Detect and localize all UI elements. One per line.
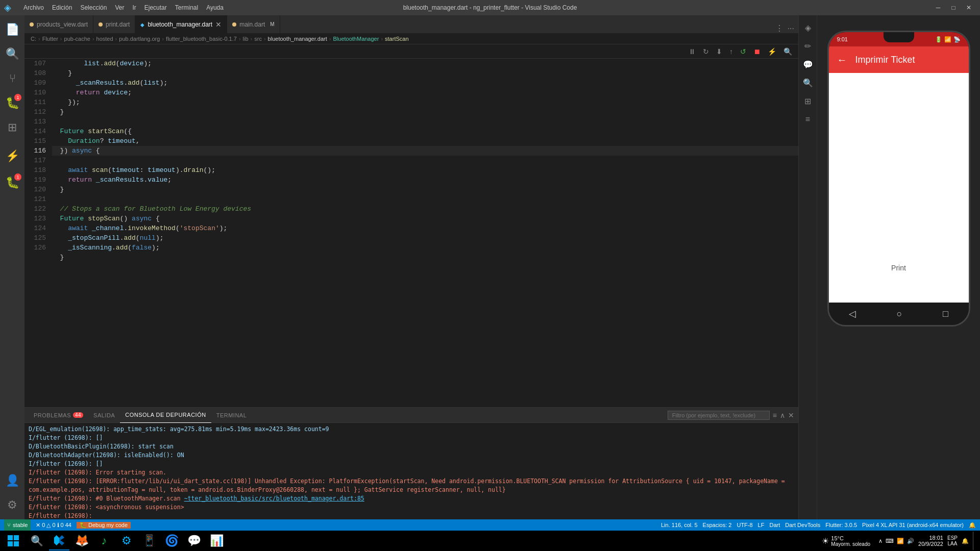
weather-widget[interactable]: ☀ 15°C Mayorm. soleado bbox=[818, 535, 874, 547]
activity-git-icon[interactable]: ⑂ bbox=[0, 66, 24, 91]
window-controls[interactable]: ─ □ ✕ bbox=[931, 2, 976, 13]
flutter-version[interactable]: Flutter: 3.0.5 bbox=[825, 522, 857, 528]
step-out-button[interactable]: ↑ bbox=[727, 46, 735, 57]
back-arrow-icon[interactable]: ← bbox=[837, 54, 847, 66]
git-branch[interactable]: ⑂ stable bbox=[4, 519, 31, 531]
pause-button[interactable]: ⏸ bbox=[687, 46, 698, 57]
panel-collapse-button[interactable]: ∧ bbox=[780, 411, 785, 419]
cursor-position[interactable]: Lin. 116, col. 5 bbox=[661, 522, 698, 528]
recents-nav-icon[interactable]: □ bbox=[943, 309, 948, 319]
window-maximize-button[interactable]: □ bbox=[946, 2, 961, 13]
tab-print[interactable]: print.dart bbox=[93, 15, 135, 33]
stop-button[interactable]: ⏹ bbox=[751, 46, 763, 57]
taskbar-app2-icon[interactable]: 📊 bbox=[206, 531, 227, 550]
tab-close-icon[interactable]: ✕ bbox=[215, 20, 222, 29]
list-view-button[interactable]: ≡ bbox=[773, 411, 777, 419]
menu-ir[interactable]: Ir bbox=[129, 3, 139, 12]
menu-ayuda[interactable]: Ayuda bbox=[203, 3, 227, 12]
taskbar-firefox-icon[interactable]: 🦊 bbox=[71, 531, 92, 550]
breadcrumb-c[interactable]: C: bbox=[31, 36, 36, 42]
breadcrumb-flutter-bt[interactable]: flutter_bluetooth_basic-0.1.7 bbox=[166, 36, 237, 42]
activity-remote-icon[interactable]: ⚡ bbox=[0, 144, 24, 168]
tab-bluetooth-manager[interactable]: ◆ bluetooth_manager.dart ✕ bbox=[135, 15, 227, 33]
menu-bar[interactable]: Archivo Edición Selección Ver Ir Ejecuta… bbox=[20, 3, 227, 12]
notifications-badge[interactable]: 🔔 bbox=[962, 538, 969, 544]
breadcrumb-pub-cache[interactable]: pub-cache bbox=[64, 36, 90, 42]
breadcrumb-hosted[interactable]: hosted bbox=[96, 36, 113, 42]
line-ending[interactable]: LF bbox=[758, 522, 765, 528]
tab-main[interactable]: main.dart M bbox=[227, 15, 280, 33]
comment-icon[interactable]: 💬 bbox=[800, 56, 816, 72]
error-count[interactable]: ✕ 0 △ 0 ℹ 0 44 bbox=[36, 522, 71, 529]
taskbar-spotify-icon[interactable]: ♪ bbox=[94, 531, 114, 550]
search-code-button[interactable]: 🔍 bbox=[781, 46, 794, 57]
window-minimize-button[interactable]: ─ bbox=[931, 2, 945, 13]
code-content[interactable]: list.add(device); } _scanResults.add(lis… bbox=[50, 59, 798, 407]
activity-extensions-icon[interactable]: ⊞ bbox=[0, 115, 24, 140]
spaces[interactable]: Espacios: 2 bbox=[703, 522, 732, 528]
activity-account-icon[interactable]: 👤 bbox=[0, 468, 24, 493]
more-tabs-icon[interactable]: ··· bbox=[788, 24, 794, 33]
zoom-icon[interactable]: 🔍 bbox=[800, 74, 816, 91]
window-close-button[interactable]: ✕ bbox=[962, 2, 976, 13]
print-button[interactable]: Print bbox=[891, 264, 906, 272]
language[interactable]: Dart bbox=[769, 522, 780, 528]
tray-network-icon[interactable]: 📶 bbox=[897, 538, 904, 544]
notifications-icon[interactable]: 🔔 bbox=[969, 522, 976, 529]
taskbar-search-icon[interactable]: 🔍 bbox=[27, 531, 47, 550]
debug-mode[interactable]: 🐛 Debug my code bbox=[77, 522, 131, 529]
menu-archivo[interactable]: Archivo bbox=[20, 3, 47, 12]
filter-input[interactable] bbox=[668, 411, 770, 420]
tray-volume-icon[interactable]: 🔊 bbox=[907, 538, 914, 544]
error-link[interactable]: ~tter_bluetooth_basic/src/bluetooth_mana… bbox=[184, 495, 364, 502]
tab-products-view[interactable]: products_view.dart bbox=[24, 15, 93, 33]
menu-seleccion[interactable]: Selección bbox=[77, 3, 110, 12]
tab-consola[interactable]: CONSOLA DE DEPURACIÓN bbox=[120, 408, 211, 423]
activity-debug2-icon[interactable]: 🐛 1 bbox=[0, 170, 24, 195]
menu-ejecutar[interactable]: Ejecutar bbox=[141, 3, 170, 12]
activity-search-icon[interactable]: 🔍 bbox=[0, 42, 24, 66]
outline-icon[interactable]: ◈ bbox=[800, 19, 816, 36]
dart-devtools[interactable]: Dart DevTools bbox=[785, 522, 820, 528]
start-button[interactable] bbox=[4, 532, 22, 550]
split-editor-icon[interactable]: ⋮ bbox=[775, 23, 783, 33]
breadcrumb-pub-dartlang[interactable]: pub.dartlang.org bbox=[119, 36, 160, 42]
tab-terminal[interactable]: TERMINAL bbox=[211, 408, 252, 423]
tray-keyboard-icon[interactable]: ⌨ bbox=[886, 538, 894, 544]
taskbar-chat-icon[interactable]: 💬 bbox=[184, 531, 204, 550]
taskbar-vscode-icon[interactable] bbox=[49, 531, 69, 550]
breadcrumb-method[interactable]: startScan bbox=[385, 36, 408, 42]
panel-close-button[interactable]: ✕ bbox=[788, 411, 794, 419]
restart-button[interactable]: ↺ bbox=[738, 46, 748, 57]
breadcrumb-flutter[interactable]: Flutter bbox=[42, 36, 58, 42]
taskbar-app1-icon[interactable]: 🌀 bbox=[161, 531, 182, 550]
breadcrumb-class[interactable]: BluetoothManager bbox=[333, 36, 379, 42]
menu-edicion[interactable]: Edición bbox=[49, 3, 75, 12]
step-into-button[interactable]: ⬇ bbox=[714, 46, 724, 57]
back-nav-icon[interactable]: ◁ bbox=[849, 308, 856, 319]
activity-settings-icon[interactable]: ⚙ bbox=[0, 493, 24, 517]
align-icon[interactable]: ≡ bbox=[800, 111, 816, 128]
tab-problemas[interactable]: PROBLEMAS 44 bbox=[29, 408, 88, 423]
step-over-button[interactable]: ↻ bbox=[701, 46, 711, 57]
activity-explorer-icon[interactable]: 📄 bbox=[0, 17, 24, 42]
breadcrumb-src[interactable]: src bbox=[254, 36, 262, 42]
tab-salida[interactable]: SALIDA bbox=[88, 408, 120, 423]
encoding[interactable]: UTF-8 bbox=[737, 522, 752, 528]
taskbar-whatsapp-icon[interactable]: 📱 bbox=[139, 531, 159, 550]
language-indicator[interactable]: ESP LAA bbox=[947, 535, 958, 546]
taskbar-gear-icon[interactable]: ⚙ bbox=[116, 531, 137, 550]
breadcrumb-file[interactable]: bluetooth_manager.dart bbox=[268, 36, 327, 42]
tray-icon-1[interactable]: ∧ bbox=[878, 538, 883, 544]
activity-debug-icon[interactable]: 🐛 1 bbox=[0, 91, 24, 115]
clock[interactable]: 18:01 20/9/2022 bbox=[918, 535, 943, 547]
show-desktop-button[interactable] bbox=[973, 532, 976, 550]
grid-icon[interactable]: ⊞ bbox=[800, 93, 816, 109]
menu-ver[interactable]: Ver bbox=[112, 3, 127, 12]
menu-terminal[interactable]: Terminal bbox=[172, 3, 201, 12]
breadcrumb-lib[interactable]: lib bbox=[243, 36, 249, 42]
hot-reload-button[interactable]: ⚡ bbox=[766, 46, 778, 57]
device-name[interactable]: Pixel 4 XL API 31 (android-x64 emulator) bbox=[862, 522, 964, 528]
edit-icon[interactable]: ✏ bbox=[800, 38, 816, 54]
home-nav-icon[interactable]: ○ bbox=[897, 309, 902, 319]
